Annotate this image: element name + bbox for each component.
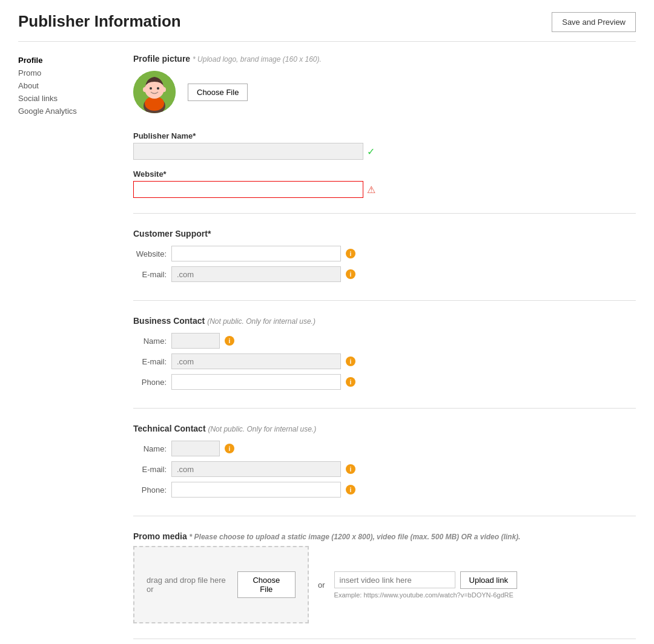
divider-3 xyxy=(133,408,636,409)
cs-website-input[interactable] xyxy=(171,246,341,261)
publisher-name-input[interactable] xyxy=(133,143,363,160)
upload-link-button[interactable]: Upload link xyxy=(460,571,517,589)
website-input[interactable] xyxy=(133,181,363,198)
business-contact-title: Business Contact (Not public. Only for i… xyxy=(133,316,636,326)
tc-phone-info-icon: i xyxy=(346,485,355,494)
technical-contact-title: Technical Contact (Not public. Only for … xyxy=(133,424,636,433)
tc-name-label: Name: xyxy=(133,444,167,453)
sidebar-item-google-analytics[interactable]: Google Analytics xyxy=(18,105,115,117)
technical-contact-section: Technical Contact (Not public. Only for … xyxy=(133,424,636,498)
svg-point-5 xyxy=(157,87,159,90)
save-preview-button[interactable]: Save and Preview xyxy=(552,12,636,32)
tc-email-input[interactable] xyxy=(171,461,341,477)
svg-point-6 xyxy=(143,87,147,92)
promo-drop-zone[interactable]: drag and drop file here or Choose File xyxy=(133,546,309,623)
tc-email-label: E-mail: xyxy=(133,465,167,474)
tc-name-info-icon: i xyxy=(225,444,234,453)
business-contact-section: Business Contact (Not public. Only for i… xyxy=(133,316,636,390)
cs-website-label: Website: xyxy=(133,249,167,258)
website-group: Website* ⚠ xyxy=(133,169,636,198)
sidebar: Profile Promo About Social links Google … xyxy=(18,54,115,644)
promo-or-label: or xyxy=(318,580,325,590)
cs-email-info-icon: i xyxy=(346,269,355,279)
sidebar-item-social-links[interactable]: Social links xyxy=(18,92,115,105)
bc-email-input[interactable] xyxy=(171,353,341,369)
page-title: Publisher Information xyxy=(18,12,181,31)
choose-file-button[interactable]: Choose File xyxy=(188,84,248,101)
sidebar-item-profile[interactable]: Profile xyxy=(18,54,115,67)
bc-phone-info-icon: i xyxy=(346,377,355,387)
content-area: Profile picture * Upload logo, brand ima… xyxy=(133,54,636,644)
video-example: Example: https://www.youtube.com/watch?v… xyxy=(334,591,517,599)
divider-4 xyxy=(133,516,636,516)
divider-1 xyxy=(133,213,636,214)
bc-phone-input[interactable] xyxy=(171,374,341,390)
sidebar-item-promo[interactable]: Promo xyxy=(18,67,115,79)
publisher-name-group: Publisher Name* ✓ xyxy=(133,131,636,160)
warning-icon: ⚠ xyxy=(367,184,375,196)
customer-support-title: Customer Support* xyxy=(133,229,636,238)
cs-email-label: E-mail: xyxy=(133,270,167,279)
promo-media-title: Promo media * Please choose to upload a … xyxy=(133,531,636,541)
tc-email-info-icon: i xyxy=(346,464,355,474)
divider-2 xyxy=(133,300,636,301)
website-label: Website* xyxy=(133,169,636,179)
tc-phone-input[interactable] xyxy=(171,482,341,498)
bc-email-label: E-mail: xyxy=(133,357,167,366)
bc-name-info-icon: i xyxy=(225,336,234,346)
customer-support-section: Customer Support* Website: i E-mail: i xyxy=(133,229,636,282)
promo-media-section: Promo media * Please choose to upload a … xyxy=(133,531,636,623)
tc-phone-label: Phone: xyxy=(133,485,167,494)
svg-point-7 xyxy=(162,87,166,92)
publisher-name-label: Publisher Name* xyxy=(133,131,636,140)
check-icon: ✓ xyxy=(367,146,375,157)
bc-email-info-icon: i xyxy=(346,356,355,366)
svg-point-4 xyxy=(150,87,152,90)
bc-name-label: Name: xyxy=(133,337,167,346)
tc-name-input[interactable] xyxy=(171,441,220,456)
cs-website-info-icon: i xyxy=(346,249,355,258)
cs-email-input[interactable] xyxy=(171,266,341,282)
avatar xyxy=(133,71,176,113)
sidebar-item-about[interactable]: About xyxy=(18,79,115,92)
bc-name-input[interactable] xyxy=(171,333,220,349)
profile-picture-label: Profile picture * Upload logo, brand ima… xyxy=(133,54,636,64)
bc-phone-label: Phone: xyxy=(133,378,167,387)
promo-choose-file-button[interactable]: Choose File xyxy=(237,571,296,598)
divider-5 xyxy=(133,639,636,639)
drop-label: drag and drop file here or xyxy=(147,576,231,594)
video-link-input[interactable] xyxy=(334,571,455,588)
